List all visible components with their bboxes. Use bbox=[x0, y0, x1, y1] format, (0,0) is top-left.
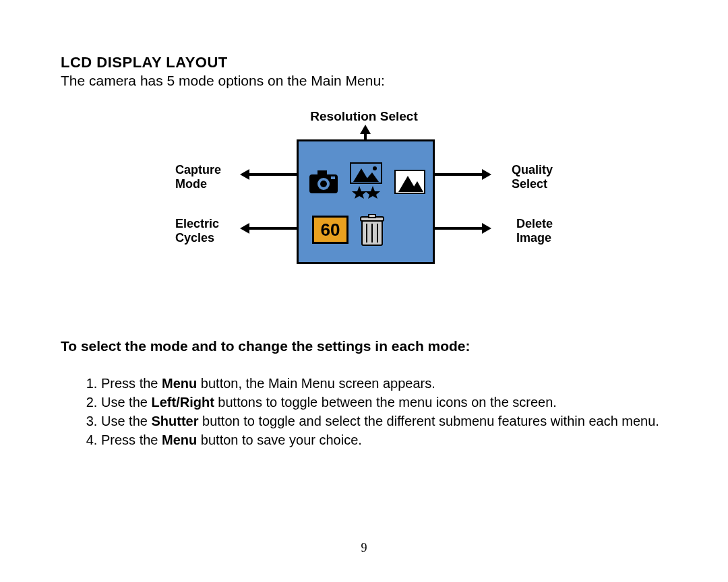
text: button to toggle and select the differen… bbox=[198, 414, 659, 428]
instructions-list: Press the Menu button, the Main Menu scr… bbox=[81, 375, 667, 449]
arrow-right bbox=[435, 227, 482, 230]
resolution-icon bbox=[349, 162, 383, 195]
list-item: Use the Shutter button to toggle and sel… bbox=[101, 412, 667, 430]
svg-point-3 bbox=[320, 181, 327, 187]
trash-icon bbox=[359, 214, 385, 247]
svg-rect-16 bbox=[369, 214, 375, 218]
bold-text: Menu bbox=[162, 376, 197, 391]
svg-marker-10 bbox=[365, 186, 380, 199]
bold-text: Menu bbox=[162, 432, 197, 447]
label-quality-select: Quality Select bbox=[512, 163, 553, 191]
arrow-left bbox=[249, 227, 297, 230]
list-item: Press the Menu button, the Main Menu scr… bbox=[101, 375, 667, 392]
label-line: Mode bbox=[175, 177, 207, 191]
section-subtext: The camera has 5 mode options on the Mai… bbox=[61, 73, 667, 89]
text: Press the bbox=[101, 432, 162, 447]
list-item: Press the Menu button to save your choic… bbox=[101, 431, 667, 449]
svg-point-8 bbox=[373, 166, 377, 170]
label-resolution-select: Resolution Select bbox=[175, 109, 553, 124]
cycles-value: 60 bbox=[314, 218, 346, 242]
label-line: Image bbox=[516, 231, 551, 245]
lcd-screen: 60 bbox=[297, 139, 435, 264]
label-line: Capture bbox=[175, 163, 221, 176]
label-line: Electric bbox=[175, 217, 219, 230]
list-item: Use the Left/Right buttons to toggle bet… bbox=[101, 393, 667, 411]
label-line: Cycles bbox=[175, 231, 214, 245]
svg-rect-4 bbox=[331, 176, 335, 179]
section-heading: LCD DISPLAY LAYOUT bbox=[61, 54, 667, 71]
arrow-right bbox=[435, 173, 482, 176]
label-line: Select bbox=[512, 177, 547, 191]
bold-text: Left/Right bbox=[151, 395, 214, 410]
svg-marker-9 bbox=[352, 186, 367, 199]
text: button, the Main Menu screen appears. bbox=[197, 376, 435, 391]
instructions-heading: To select the mode and to change the set… bbox=[61, 338, 667, 354]
camera-icon bbox=[307, 165, 340, 199]
label-capture-mode: Capture Mode bbox=[175, 163, 221, 191]
quality-icon bbox=[393, 165, 427, 199]
text: buttons to toggle between the menu icons… bbox=[214, 395, 557, 410]
label-electric-cycles: Electric Cycles bbox=[175, 217, 219, 245]
label-delete-image: Delete Image bbox=[516, 217, 553, 245]
page-number: 9 bbox=[0, 541, 728, 555]
text: Use the bbox=[101, 414, 151, 428]
text: button to save your choice. bbox=[197, 432, 362, 447]
label-line: Delete bbox=[516, 217, 553, 230]
text: Press the bbox=[101, 376, 162, 391]
arrow-left bbox=[249, 173, 297, 176]
cycles-icon: 60 bbox=[312, 216, 348, 244]
text: Use the bbox=[101, 395, 151, 410]
label-line: Quality bbox=[512, 163, 553, 176]
svg-rect-1 bbox=[317, 170, 327, 176]
bold-text: Shutter bbox=[151, 414, 198, 428]
lcd-diagram: Resolution Select Capture Mode Electric … bbox=[175, 109, 553, 298]
